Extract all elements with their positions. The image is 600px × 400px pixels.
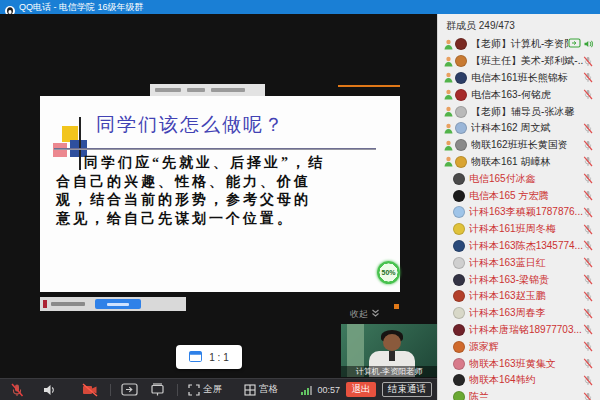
member-row[interactable]: 计科本162 周文斌: [438, 120, 600, 137]
member-name: 源家辉: [469, 340, 583, 354]
member-row[interactable]: 计科本161班周冬梅: [438, 221, 600, 238]
member-row[interactable]: 陈兰: [438, 389, 600, 400]
member-row[interactable]: 物联162班班长黄国资: [438, 137, 600, 154]
window-ratio-icon: [189, 351, 202, 364]
member-right-icons: [583, 308, 600, 319]
member-row[interactable]: 【老师】辅导员-张冰馨: [438, 103, 600, 120]
camera-muted-button[interactable]: [82, 383, 98, 397]
exit-button[interactable]: 退出: [346, 382, 376, 397]
avatar: [453, 391, 465, 400]
avatar: [453, 290, 465, 302]
ratio-1-1-button[interactable]: 1 : 1: [176, 345, 242, 369]
avatar: [453, 190, 465, 202]
chevron-double-down-icon: [371, 309, 380, 320]
person-status-icon: [444, 106, 455, 117]
screen-share-button[interactable]: [121, 383, 138, 396]
member-name: 电信165付冰鑫: [469, 172, 583, 186]
member-row[interactable]: 计科163李稹颖1787876...: [438, 204, 600, 221]
member-row[interactable]: 电信165付冰鑫: [438, 170, 600, 187]
shared-app-mini-toolbar: [150, 84, 265, 96]
member-row[interactable]: 计科本163蓝日红: [438, 254, 600, 271]
member-row[interactable]: 物联本163班黄集文: [438, 355, 600, 372]
member-row[interactable]: 【班主任】美术-郑利斌-...: [438, 53, 600, 70]
member-row[interactable]: 源家辉: [438, 338, 600, 355]
avatar: [455, 106, 467, 118]
member-name: 计科本163周春李: [469, 306, 583, 320]
window-title: QQ电话 - 电信学院 16级年级群: [19, 1, 144, 14]
muted-mic-icon: [583, 358, 593, 369]
member-right-icons: [583, 56, 600, 67]
fullscreen-label: 全屏: [203, 383, 222, 396]
member-right-icons: [583, 207, 600, 218]
avatar: [453, 341, 465, 353]
member-name: 物联本164韩约: [469, 373, 583, 387]
member-name: 陈兰: [469, 390, 583, 400]
member-right-icons: [583, 392, 600, 400]
muted-mic-icon: [583, 375, 593, 386]
presenter-video-thumbnail[interactable]: 计算机-李资阳老师: [341, 324, 437, 377]
member-list: 【老师】计算机-李资阳4...: [438, 36, 600, 400]
member-row[interactable]: 物联本164韩约: [438, 372, 600, 389]
muted-mic-icon: [583, 324, 593, 335]
shared-screen-stage: 同学们该怎么做呢？ 同学们应“先就业、后择业”，结 合自己的兴趣、性格、能力、价…: [0, 14, 437, 400]
avatar: [453, 374, 465, 386]
member-right-icons: [568, 35, 600, 53]
signal-strength-icon: [301, 385, 312, 395]
speaking-audio-icon: [583, 35, 593, 53]
avatar: [455, 89, 467, 101]
member-count-header: 群成员 249/473: [438, 14, 600, 36]
zoom-level-badge[interactable]: 50%: [377, 261, 400, 284]
collapse-videos-button[interactable]: 收起: [350, 308, 380, 321]
member-row[interactable]: 计科本163赵玉鹏: [438, 288, 600, 305]
avatar: [455, 55, 467, 67]
presentation-slide: 同学们该怎么做呢？ 同学们应“先就业、后择业”，结 合自己的兴趣、性格、能力、价…: [40, 96, 400, 292]
avatar: [455, 139, 467, 151]
muted-mic-icon: [583, 123, 593, 134]
shared-app-taskbar: [40, 297, 186, 311]
microphone-muted-button[interactable]: [10, 383, 24, 397]
member-name: 电信本161班长熊锦标: [471, 71, 583, 85]
muted-mic-icon: [583, 190, 593, 201]
avatar: [453, 223, 465, 235]
person-status-icon: [444, 156, 455, 167]
whiteboard-button[interactable]: [150, 383, 165, 396]
member-right-icons: [583, 358, 600, 369]
member-row[interactable]: 计科本163周春李: [438, 305, 600, 322]
muted-mic-icon: [583, 173, 593, 184]
shared-app-blue-button: [95, 299, 141, 309]
qq-call-window: QQ电话 - 电信学院 16级年级群 同学们该怎么做呢？ 同学们应“先就业、后择…: [0, 0, 600, 400]
slide-title: 同学们该怎么做呢？: [96, 112, 285, 138]
member-row[interactable]: 计科本163-梁锦贵: [438, 271, 600, 288]
sharing-screen-icon: [568, 35, 581, 53]
call-timer: 00:57: [317, 385, 340, 395]
video-caption: 计算机-李资阳老师: [341, 366, 437, 377]
member-row[interactable]: 电信本163-何铭虎: [438, 86, 600, 103]
member-right-icons: [583, 274, 600, 285]
titlebar: QQ电话 - 电信学院 16级年级群: [0, 0, 600, 14]
member-row[interactable]: 【老师】计算机-李资阳4...: [438, 36, 600, 53]
fullscreen-button[interactable]: 全屏: [188, 383, 222, 396]
muted-mic-icon: [583, 308, 593, 319]
qq-logo-icon: [5, 2, 15, 12]
muted-mic-icon: [583, 274, 593, 285]
member-name: 计科本161班周冬梅: [469, 222, 583, 236]
grid-view-button[interactable]: 宫格: [244, 383, 278, 396]
muted-mic-icon: [583, 89, 593, 100]
muted-mic-icon: [583, 207, 593, 218]
member-row[interactable]: 物联本161 胡嶂林: [438, 154, 600, 171]
member-name: 电信本165 方宏腾: [469, 189, 583, 203]
member-row[interactable]: 电信本161班长熊锦标: [438, 70, 600, 87]
muted-mic-icon: [583, 341, 593, 352]
member-name: 计科本163赵玉鹏: [469, 289, 583, 303]
person-status-icon: [444, 89, 455, 100]
member-row[interactable]: 计科本163陈杰1345774...: [438, 238, 600, 255]
member-name: 【老师】计算机-李资阳4...: [471, 37, 568, 51]
member-row[interactable]: 计科本唐瑞铭18977703...: [438, 322, 600, 339]
share-border-indicator: [338, 85, 400, 87]
speaker-button[interactable]: [42, 383, 56, 397]
member-row[interactable]: 电信本165 方宏腾: [438, 187, 600, 204]
end-call-button[interactable]: 结束通话: [382, 382, 432, 397]
muted-mic-icon: [583, 392, 593, 400]
member-right-icons: [583, 156, 600, 167]
avatar: [455, 72, 467, 84]
